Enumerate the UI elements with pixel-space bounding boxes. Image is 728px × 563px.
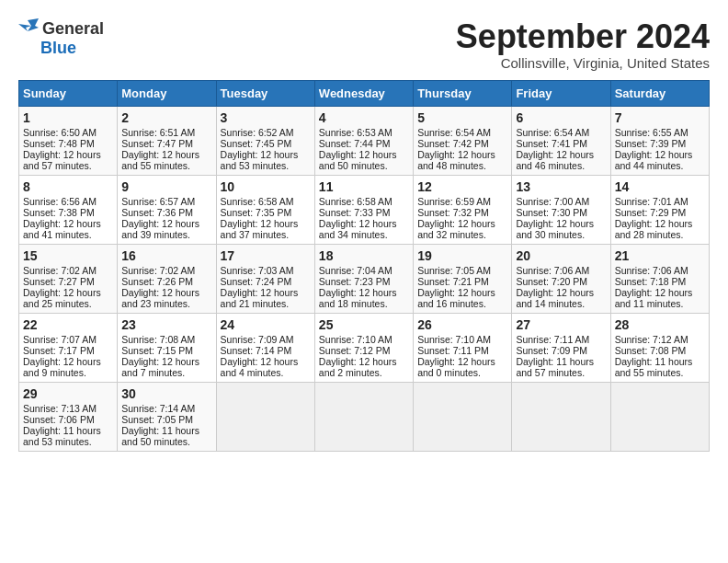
day-info-line: Sunset: 7:29 PM bbox=[615, 207, 705, 218]
day-number: 13 bbox=[516, 179, 606, 194]
day-info-line: Daylight: 12 hours bbox=[23, 218, 113, 229]
cell-4-2: 23Sunrise: 7:08 AMSunset: 7:15 PMDayligh… bbox=[118, 313, 216, 382]
day-info-line: Sunrise: 7:04 AM bbox=[319, 265, 409, 276]
cell-2-2: 9Sunrise: 6:57 AMSunset: 7:36 PMDaylight… bbox=[118, 175, 216, 244]
day-info-line: Sunset: 7:11 PM bbox=[417, 345, 507, 356]
day-number: 23 bbox=[121, 317, 211, 332]
day-info-line: Sunset: 7:48 PM bbox=[23, 138, 113, 149]
day-info-line: Sunset: 7:44 PM bbox=[319, 138, 409, 149]
day-info-line: and 37 minutes. bbox=[221, 229, 311, 240]
cell-4-4: 25Sunrise: 7:10 AMSunset: 7:12 PMDayligh… bbox=[314, 313, 413, 382]
cell-4-1: 22Sunrise: 7:07 AMSunset: 7:17 PMDayligh… bbox=[19, 313, 118, 382]
day-info-line: Sunrise: 7:02 AM bbox=[23, 265, 113, 276]
day-info-line: Daylight: 12 hours bbox=[417, 149, 507, 160]
day-info-line: Sunrise: 7:08 AM bbox=[121, 334, 211, 345]
day-number: 1 bbox=[23, 110, 113, 125]
day-info-line: and 57 minutes. bbox=[516, 367, 606, 378]
day-number: 17 bbox=[221, 248, 311, 263]
day-number: 8 bbox=[23, 179, 113, 194]
day-number: 9 bbox=[121, 179, 211, 194]
logo-icon bbox=[18, 18, 39, 39]
day-info-line: Sunrise: 7:14 AM bbox=[121, 403, 211, 414]
calendar-subtitle: Collinsville, Virginia, United States bbox=[456, 55, 710, 71]
day-info-line: Daylight: 12 hours bbox=[221, 287, 311, 298]
col-header-saturday: Saturday bbox=[610, 80, 709, 106]
week-row-5: 29Sunrise: 7:13 AMSunset: 7:06 PMDayligh… bbox=[19, 382, 710, 451]
day-info-line: Daylight: 12 hours bbox=[23, 149, 113, 160]
day-info-line: Sunrise: 7:03 AM bbox=[221, 265, 311, 276]
day-info-line: Sunrise: 6:58 AM bbox=[221, 196, 311, 207]
day-info-line: Sunrise: 7:12 AM bbox=[615, 334, 705, 345]
day-info-line: and 57 minutes. bbox=[23, 160, 113, 171]
day-info-line: Sunset: 7:15 PM bbox=[121, 345, 211, 356]
week-row-2: 8Sunrise: 6:56 AMSunset: 7:38 PMDaylight… bbox=[19, 175, 710, 244]
day-number: 20 bbox=[516, 248, 606, 263]
day-info-line: and 21 minutes. bbox=[221, 298, 311, 309]
day-info-line: and 9 minutes. bbox=[23, 367, 113, 378]
day-info-line: and 11 minutes. bbox=[615, 298, 705, 309]
day-info-line: Sunrise: 7:13 AM bbox=[23, 403, 113, 414]
day-info-line: and 46 minutes. bbox=[516, 160, 606, 171]
cell-2-4: 11Sunrise: 6:58 AMSunset: 7:33 PMDayligh… bbox=[314, 175, 413, 244]
day-info-line: Sunset: 7:36 PM bbox=[121, 207, 211, 218]
day-info-line: Sunrise: 7:07 AM bbox=[23, 334, 113, 345]
day-info-line: and 44 minutes. bbox=[615, 160, 705, 171]
day-info-line: Sunrise: 6:56 AM bbox=[23, 196, 113, 207]
cell-1-4: 4Sunrise: 6:53 AMSunset: 7:44 PMDaylight… bbox=[314, 106, 413, 175]
day-info-line: and 2 minutes. bbox=[319, 367, 409, 378]
day-info-line: and 50 minutes. bbox=[121, 436, 211, 447]
day-info-line: Daylight: 12 hours bbox=[23, 287, 113, 298]
day-info-line: Daylight: 12 hours bbox=[221, 356, 311, 367]
day-info-line: and 0 minutes. bbox=[417, 367, 507, 378]
day-number: 29 bbox=[23, 386, 113, 401]
day-info-line: and 28 minutes. bbox=[615, 229, 705, 240]
day-info-line: and 14 minutes. bbox=[516, 298, 606, 309]
col-header-wednesday: Wednesday bbox=[314, 80, 413, 106]
day-info-line: Sunset: 7:23 PM bbox=[319, 276, 409, 287]
calendar-body: 1Sunrise: 6:50 AMSunset: 7:48 PMDaylight… bbox=[19, 106, 710, 451]
day-info-line: Daylight: 12 hours bbox=[516, 149, 606, 160]
day-info-line: Sunset: 7:20 PM bbox=[516, 276, 606, 287]
day-info-line: Sunset: 7:32 PM bbox=[417, 207, 507, 218]
cell-1-2: 2Sunrise: 6:51 AMSunset: 7:47 PMDaylight… bbox=[118, 106, 216, 175]
day-number: 6 bbox=[516, 110, 606, 125]
day-info-line: and 50 minutes. bbox=[319, 160, 409, 171]
day-info-line: Sunset: 7:05 PM bbox=[121, 414, 211, 425]
day-number: 3 bbox=[221, 110, 311, 125]
col-header-tuesday: Tuesday bbox=[216, 80, 314, 106]
day-info-line: and 53 minutes. bbox=[23, 436, 113, 447]
day-info-line: Daylight: 12 hours bbox=[121, 218, 211, 229]
cell-5-3 bbox=[216, 382, 314, 451]
day-info-line: Sunset: 7:42 PM bbox=[417, 138, 507, 149]
day-info-line: Daylight: 12 hours bbox=[417, 218, 507, 229]
title-block: September 2024 Collinsville, Virginia, U… bbox=[456, 18, 710, 71]
col-header-thursday: Thursday bbox=[414, 80, 512, 106]
day-info-line: Daylight: 12 hours bbox=[121, 287, 211, 298]
week-row-3: 15Sunrise: 7:02 AMSunset: 7:27 PMDayligh… bbox=[19, 244, 710, 313]
day-info-line: Sunrise: 6:50 AM bbox=[23, 127, 113, 138]
day-number: 25 bbox=[319, 317, 409, 332]
day-info-line: Sunrise: 6:54 AM bbox=[417, 127, 507, 138]
day-info-line: Daylight: 12 hours bbox=[319, 287, 409, 298]
day-number: 12 bbox=[417, 179, 507, 194]
col-header-friday: Friday bbox=[512, 80, 610, 106]
day-number: 18 bbox=[319, 248, 409, 263]
cell-1-5: 5Sunrise: 6:54 AMSunset: 7:42 PMDaylight… bbox=[414, 106, 512, 175]
cell-2-5: 12Sunrise: 6:59 AMSunset: 7:32 PMDayligh… bbox=[414, 175, 512, 244]
day-info-line: and 32 minutes. bbox=[417, 229, 507, 240]
day-info-line: Daylight: 12 hours bbox=[417, 356, 507, 367]
day-info-line: Daylight: 12 hours bbox=[319, 149, 409, 160]
day-info-line: Sunrise: 7:10 AM bbox=[319, 334, 409, 345]
cell-1-6: 6Sunrise: 6:54 AMSunset: 7:41 PMDaylight… bbox=[512, 106, 610, 175]
day-number: 4 bbox=[319, 110, 409, 125]
week-row-4: 22Sunrise: 7:07 AMSunset: 7:17 PMDayligh… bbox=[19, 313, 710, 382]
day-info-line: and 18 minutes. bbox=[319, 298, 409, 309]
day-number: 26 bbox=[417, 317, 507, 332]
day-info-line: Sunrise: 6:55 AM bbox=[615, 127, 705, 138]
day-info-line: Sunrise: 6:52 AM bbox=[221, 127, 311, 138]
day-info-line: Sunset: 7:06 PM bbox=[23, 414, 113, 425]
day-number: 28 bbox=[615, 317, 705, 332]
week-row-1: 1Sunrise: 6:50 AMSunset: 7:48 PMDaylight… bbox=[19, 106, 710, 175]
cell-3-2: 16Sunrise: 7:02 AMSunset: 7:26 PMDayligh… bbox=[118, 244, 216, 313]
day-info-line: and 30 minutes. bbox=[516, 229, 606, 240]
